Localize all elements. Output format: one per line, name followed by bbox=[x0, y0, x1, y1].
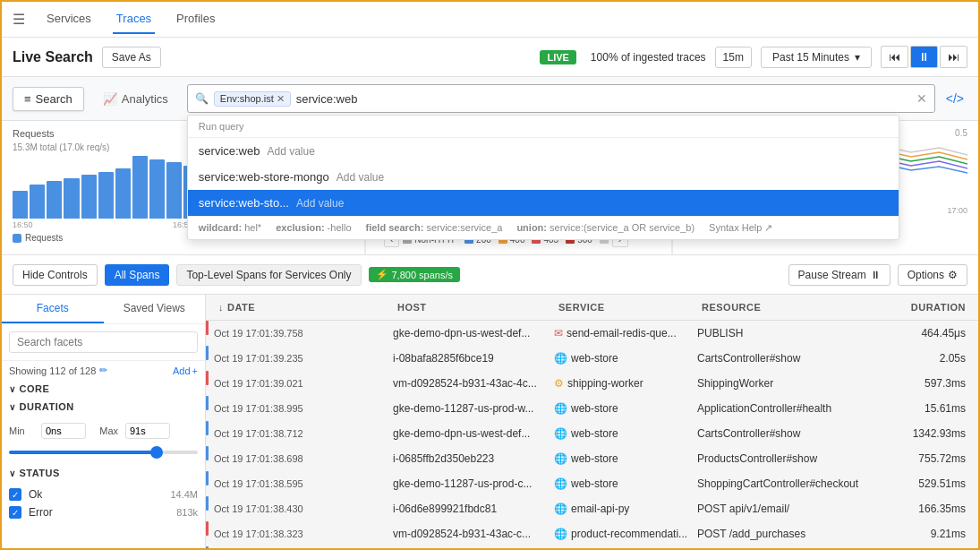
next-button[interactable]: ⏭ bbox=[940, 46, 967, 68]
env-tag[interactable]: Env:shop.ist ✕ bbox=[214, 91, 291, 107]
nav-traces[interactable]: Traces bbox=[113, 4, 155, 34]
analytics-tab[interactable]: 📈 Analytics bbox=[91, 87, 180, 111]
time-range-selector[interactable]: Past 15 Minutes ▾ bbox=[761, 47, 872, 68]
service-icon: 🌐 bbox=[554, 352, 567, 365]
table-row[interactable]: Oct 19 17:01:38.595 gke-demo-11287-us-pr… bbox=[206, 471, 978, 496]
all-spans-button[interactable]: All Spans bbox=[105, 264, 170, 286]
nav-profiles[interactable]: Profiles bbox=[173, 4, 218, 34]
search-input-wrap: 🔍 Env:shop.ist ✕ ✕ Run query service:web… bbox=[187, 84, 935, 113]
rate-badge: ⚡ 7,800 spans/s bbox=[369, 267, 461, 282]
dropdown-item-1[interactable]: service:web-store-mongo Add value bbox=[188, 164, 899, 190]
th-date-label: DATE bbox=[227, 302, 255, 313]
status-section-header[interactable]: ∨ Status bbox=[2, 464, 205, 482]
bar-5 bbox=[98, 172, 114, 219]
td-service: 🌐 web-store bbox=[549, 398, 692, 419]
dropdown-item-2[interactable]: service:web-sto... Add value bbox=[188, 190, 899, 216]
max-value-input[interactable] bbox=[125, 423, 170, 439]
table-row[interactable]: Oct 19 17:01:38.322 i-061d89be3e5057e8f … bbox=[206, 546, 978, 550]
table-row[interactable]: Oct 19 17:01:39.235 i-08bafa8285f6bce19 … bbox=[206, 346, 978, 371]
search-tab[interactable]: ≡ Search bbox=[13, 87, 84, 111]
service-name: web-store bbox=[571, 402, 618, 415]
bar-9 bbox=[166, 162, 182, 219]
dropdown-add-val-2[interactable]: Add value bbox=[296, 197, 344, 210]
add-button[interactable]: Add + bbox=[173, 365, 198, 376]
options-icon: ⚙ bbox=[948, 269, 958, 281]
td-host: gke-demo-11287-us-prod-w... bbox=[388, 398, 549, 419]
top-level-button[interactable]: Top-Level Spans for Services Only bbox=[176, 264, 361, 286]
th-date: ↓ DATE bbox=[213, 295, 392, 320]
td-service: 🌐 web-store bbox=[549, 473, 692, 494]
code-icon[interactable]: </> bbox=[942, 88, 967, 109]
service-icon: 🌐 bbox=[554, 402, 567, 415]
save-as-button[interactable]: Save As bbox=[102, 47, 161, 68]
live-bar: Live Search Save As LIVE 100% of ingeste… bbox=[2, 38, 978, 77]
footer-exclusion: exclusion: -hello bbox=[276, 222, 351, 234]
td-duration: 464.45μs bbox=[871, 322, 971, 344]
env-tag-close[interactable]: ✕ bbox=[277, 93, 285, 105]
footer-union: union: service:(service_a OR service_b) bbox=[516, 222, 695, 234]
pause-button[interactable]: ⏸ bbox=[910, 46, 938, 68]
legend-dot bbox=[13, 234, 21, 243]
th-resource-label: RESOURCE bbox=[702, 302, 761, 313]
status-item-ok: ✓ Ok 14.4M bbox=[9, 486, 198, 503]
sidebar-tab-saved-views[interactable]: Saved Views bbox=[104, 295, 206, 323]
bar-6 bbox=[115, 168, 131, 219]
duration-slider[interactable] bbox=[9, 451, 198, 454]
search-input[interactable] bbox=[296, 92, 911, 106]
nav-services[interactable]: Services bbox=[43, 4, 95, 34]
min-value-input[interactable] bbox=[41, 423, 86, 439]
service-cell: ✉ send-email-redis-que... bbox=[554, 327, 686, 339]
service-name: product-recommendati... bbox=[571, 528, 687, 540]
th-resource: RESOURCE bbox=[696, 295, 875, 320]
hide-controls-button[interactable]: Hide Controls bbox=[13, 264, 98, 286]
table-row[interactable]: Oct 19 17:01:38.430 i-06d6e899921fbdc81 … bbox=[206, 496, 978, 521]
search-input-box[interactable]: 🔍 Env:shop.ist ✕ ✕ bbox=[187, 84, 935, 113]
table-row[interactable]: Oct 19 17:01:38.323 vm-d0928524-b931-43a… bbox=[206, 521, 978, 546]
dropdown-item-0[interactable]: service:web Add value bbox=[188, 138, 899, 164]
dropdown-add-val-0[interactable]: Add value bbox=[267, 145, 314, 158]
time-button[interactable]: 15m bbox=[715, 47, 752, 68]
td-resource: ApplicationController#health bbox=[692, 398, 871, 419]
core-section-header[interactable]: ∨ CORE bbox=[2, 380, 205, 398]
service-icon: ✉ bbox=[554, 327, 563, 339]
live-search-title: Live Search bbox=[13, 49, 93, 65]
service-icon: 🌐 bbox=[554, 452, 567, 465]
prev-button[interactable]: ⏮ bbox=[881, 46, 908, 68]
edit-icon[interactable]: ✏ bbox=[99, 365, 107, 376]
duration-section: Min Max bbox=[2, 416, 205, 464]
service-cell: 🌐 product-recommendati... bbox=[554, 528, 686, 540]
table-row[interactable]: Oct 19 17:01:39.021 vm-d0928524-b931-43a… bbox=[206, 371, 978, 396]
status-chevron: ∨ bbox=[9, 468, 16, 478]
syntax-help-link[interactable]: Syntax Help ↗ bbox=[709, 222, 772, 234]
menu-icon[interactable]: ☰ bbox=[13, 11, 25, 28]
main-area: Facets Saved Views Showing 112 of 128 ✏ … bbox=[2, 295, 978, 550]
sidebar-tab-facets[interactable]: Facets bbox=[2, 295, 104, 323]
footer-field-search: field search: service:service_a bbox=[366, 222, 503, 234]
th-service-label: SERVICE bbox=[558, 302, 605, 313]
service-name: web-store bbox=[571, 352, 618, 365]
service-icon: 🌐 bbox=[554, 528, 567, 540]
time-range-label: Past 15 Minutes bbox=[772, 51, 849, 64]
duration-section-header[interactable]: ∨ Duration bbox=[2, 398, 205, 416]
bar-8 bbox=[149, 159, 165, 219]
table-row[interactable]: Oct 19 17:01:38.698 i-0685ffb2d350eb223 … bbox=[206, 446, 978, 471]
td-resource: ShippingWorker bbox=[692, 373, 871, 394]
td-date: Oct 19 17:01:39.235 bbox=[209, 348, 388, 368]
pause-stream-button[interactable]: Pause Stream ⏸ bbox=[788, 264, 891, 286]
pause-icon: ⏸ bbox=[870, 269, 881, 281]
facet-search-input[interactable] bbox=[9, 331, 198, 353]
options-button[interactable]: Options ⚙ bbox=[898, 264, 967, 286]
live-badge: LIVE bbox=[540, 50, 575, 64]
table-row[interactable]: Oct 19 17:01:38.712 gke-demo-dpn-us-west… bbox=[206, 421, 978, 446]
status-error-checkbox[interactable]: ✓ bbox=[9, 506, 21, 519]
table-row[interactable]: Oct 19 17:01:39.758 gke-demo-dpn-us-west… bbox=[206, 321, 978, 346]
dropdown-add-val-1[interactable]: Add value bbox=[337, 171, 384, 184]
td-date: Oct 19 17:01:38.698 bbox=[209, 449, 388, 468]
search-clear-icon[interactable]: ✕ bbox=[916, 91, 927, 106]
add-label: Add bbox=[173, 365, 191, 376]
th-host-label: HOST bbox=[397, 302, 427, 313]
status-ok-checkbox[interactable]: ✓ bbox=[9, 488, 21, 501]
td-date: Oct 19 17:01:38.995 bbox=[209, 399, 388, 418]
table-row[interactable]: Oct 19 17:01:38.995 gke-demo-11287-us-pr… bbox=[206, 396, 978, 421]
bar-4 bbox=[81, 175, 97, 219]
